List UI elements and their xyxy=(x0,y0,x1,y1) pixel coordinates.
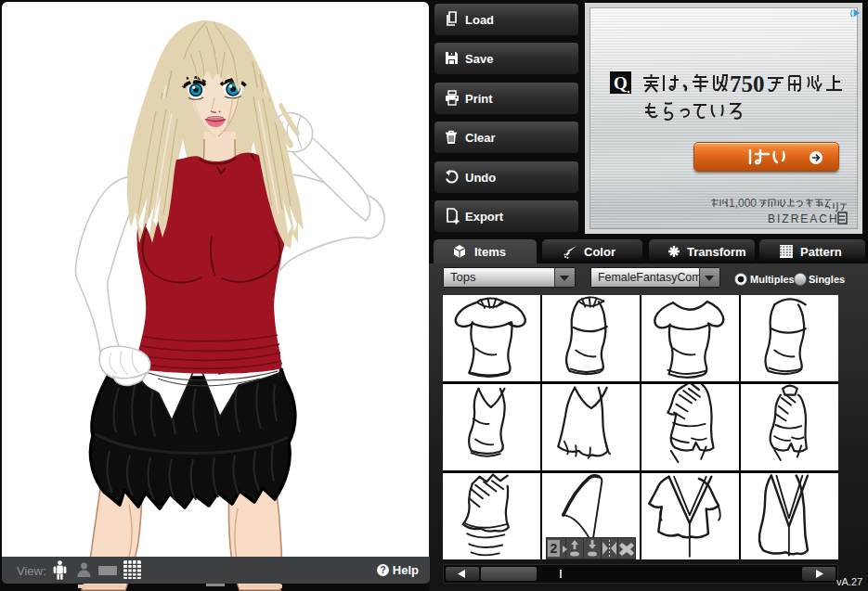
svg-text:BIZREACH: BIZREACH xyxy=(768,212,839,225)
svg-text:750: 750 xyxy=(730,71,765,96)
svg-text:?: ? xyxy=(381,565,386,575)
svg-text:1,000: 1,000 xyxy=(729,197,757,210)
svg-text:Q: Q xyxy=(614,73,628,93)
